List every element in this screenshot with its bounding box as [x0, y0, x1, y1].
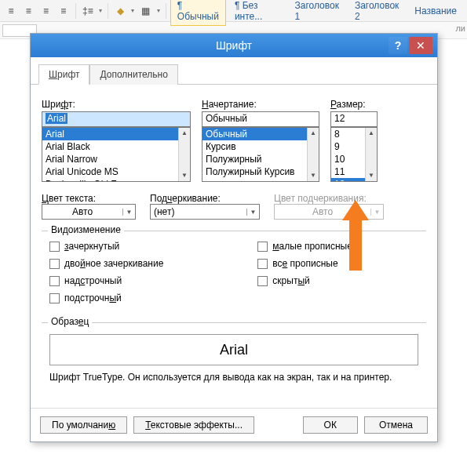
font-label: Шрифт:: [42, 99, 191, 110]
titlebar[interactable]: Шрифт ? ✕: [31, 34, 437, 57]
default-button[interactable]: По умолчанию: [40, 416, 127, 434]
sample-fieldset: Образец Arial Шрифт TrueType. Он использ…: [42, 322, 426, 391]
chevron-down-icon[interactable]: ▼: [246, 209, 259, 216]
checkbox-icon[interactable]: [49, 259, 60, 269]
size-column: Размер: 12 8 9 10 11 12 ▲▼: [330, 99, 378, 182]
underline-label: Подчеркивание:: [150, 193, 260, 204]
underline-color-group: Цвет подчеркивания: Авто▼: [274, 193, 384, 220]
color-combo[interactable]: Авто▼: [42, 204, 136, 220]
size-input[interactable]: 12: [330, 111, 378, 127]
style-label: Начертание:: [202, 99, 319, 110]
align-center-icon[interactable]: ≡: [20, 2, 36, 20]
separator: [75, 3, 76, 19]
text-effects-button[interactable]: Текстовые эффекты...: [133, 416, 254, 434]
style-list[interactable]: Обычный Курсив Полужирный Полужирный Кур…: [202, 127, 319, 182]
tabs: Шрифт ДДополнительноополнительно: [31, 57, 437, 85]
close-button[interactable]: ✕: [409, 37, 432, 54]
font-hint: Шрифт TrueType. Он используется для выво…: [49, 372, 418, 383]
line-spacing-icon[interactable]: ‡≡: [80, 2, 96, 20]
chevron-down-icon[interactable]: ▾: [155, 7, 162, 14]
color-label: Цвет текста:: [42, 193, 136, 204]
list-item[interactable]: Arial Narrow: [42, 153, 190, 165]
style-normal[interactable]: ¶ Обычный: [170, 0, 226, 26]
list-item[interactable]: Arial Unicode MS: [42, 165, 190, 178]
align-left-icon[interactable]: ≡: [3, 2, 19, 20]
checkbox-icon[interactable]: [257, 276, 268, 286]
borders-icon[interactable]: ▦: [138, 2, 154, 20]
effects-fieldset: Видоизменение зачеркнутый двойное зачерк…: [42, 231, 426, 311]
separator: [166, 3, 166, 19]
checkbox-icon[interactable]: [49, 242, 60, 252]
checkbox-icon[interactable]: [257, 242, 268, 252]
color-group: Цвет текста: Авто▼: [42, 193, 136, 220]
scrollbar[interactable]: ▲▼: [307, 128, 319, 181]
checkbox-icon[interactable]: [257, 259, 268, 269]
tab-advanced[interactable]: ДДополнительноополнительно: [89, 64, 177, 85]
help-button[interactable]: ?: [389, 37, 407, 54]
effects-legend: Видоизменение: [48, 224, 124, 235]
chevron-down-icon[interactable]: ▾: [130, 7, 136, 14]
check-smallcaps[interactable]: малые прописные: [257, 241, 352, 252]
dialog-body: Шрифт: Arial Arial Arial Black Arial Nar…: [31, 85, 437, 398]
truncated-text: ли: [455, 24, 465, 33]
font-input[interactable]: Arial: [42, 111, 191, 127]
check-double-strike[interactable]: двойное зачеркивание: [49, 258, 163, 269]
underline-color-label: Цвет подчеркивания:: [274, 193, 384, 204]
tab-font[interactable]: Шрифт: [38, 64, 89, 85]
check-subscript[interactable]: подстрочный: [49, 293, 163, 303]
check-hidden[interactable]: скрытый: [257, 275, 352, 286]
checkbox-icon[interactable]: [49, 276, 60, 286]
sample-legend: Образец: [48, 316, 92, 327]
align-right-icon[interactable]: ≡: [38, 2, 53, 20]
style-nospace[interactable]: ¶ Без инте...: [228, 0, 286, 26]
underline-color-combo: Авто▼: [274, 204, 384, 220]
check-strikethrough[interactable]: зачеркнутый: [49, 241, 163, 252]
chevron-down-icon: ▼: [370, 209, 383, 216]
list-item[interactable]: Baskerville Old Face: [42, 178, 190, 182]
ribbon: ≡ ≡ ≡ ≡ ‡≡▾ ◆▾ ▦▾ ¶ Обычный ¶ Без инте..…: [0, 0, 467, 22]
check-allcaps[interactable]: все прописные: [257, 258, 352, 269]
font-list[interactable]: Arial Arial Black Arial Narrow Arial Uni…: [42, 127, 191, 182]
style-h2[interactable]: Заголовок 2: [348, 0, 406, 26]
chevron-down-icon[interactable]: ▼: [122, 209, 135, 216]
check-superscript[interactable]: надстрочный: [49, 275, 163, 286]
preview-box: Arial: [49, 334, 418, 365]
shading-icon[interactable]: ◆: [112, 2, 128, 20]
style-title[interactable]: Название: [407, 2, 464, 20]
size-label: Размер:: [330, 99, 378, 110]
chevron-down-icon[interactable]: ▾: [97, 7, 104, 14]
list-item[interactable]: Полужирный Курсив: [202, 165, 319, 178]
cancel-button[interactable]: Отмена: [364, 416, 428, 434]
font-column: Шрифт: Arial Arial Arial Black Arial Nar…: [42, 99, 191, 182]
separator: [108, 3, 108, 19]
scrollbar[interactable]: ▲▼: [365, 128, 377, 181]
style-h1[interactable]: Заголовок 1: [287, 0, 345, 26]
list-item[interactable]: Курсив: [202, 140, 319, 153]
size-list[interactable]: 8 9 10 11 12 ▲▼: [330, 127, 378, 182]
dialog-title: Шрифт: [216, 39, 252, 52]
style-column: Начертание: Обычный Обычный Курсив Полуж…: [202, 99, 319, 182]
align-justify-icon[interactable]: ≡: [56, 2, 71, 20]
underline-combo[interactable]: (нет)▼: [150, 204, 260, 220]
underline-group: Подчеркивание: (нет)▼: [150, 193, 260, 220]
list-item[interactable]: Arial Black: [42, 140, 190, 153]
style-input[interactable]: Обычный: [202, 111, 319, 127]
list-item[interactable]: Полужирный: [202, 153, 319, 165]
list-item[interactable]: Обычный: [202, 128, 319, 140]
scrollbar[interactable]: ▲▼: [178, 128, 190, 181]
list-item[interactable]: Arial: [42, 128, 190, 140]
ok-button[interactable]: ОК: [303, 416, 358, 434]
font-dialog: Шрифт ? ✕ Шрифт ДДополнительноополнитель…: [30, 33, 438, 442]
checkbox-icon[interactable]: [49, 293, 60, 303]
button-bar: По умолчанию Текстовые эффекты... ОК Отм…: [31, 408, 437, 441]
